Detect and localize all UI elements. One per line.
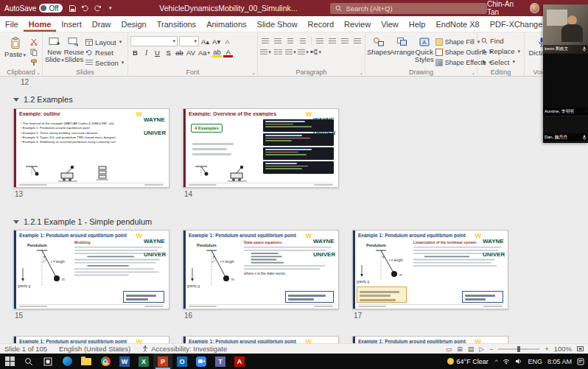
slideshow-view-button[interactable]: ▷: [479, 345, 484, 353]
fit-slide-to-window-icon[interactable]: [577, 345, 584, 352]
zoom-slider-thumb[interactable]: [517, 346, 520, 352]
change-case-button[interactable]: Aa▾: [197, 48, 211, 57]
user-avatar[interactable]: [530, 3, 539, 13]
user-name[interactable]: Chin-An Tan: [487, 0, 525, 16]
align-right-button[interactable]: [339, 36, 350, 46]
tab-slide-show[interactable]: Slide Show: [252, 16, 303, 32]
reuse-slides-button[interactable]: Reuse Slides: [64, 35, 84, 67]
italic-button[interactable]: I: [141, 48, 151, 57]
align-left-button[interactable]: [315, 36, 326, 46]
taskbar-search-button[interactable]: [19, 354, 38, 369]
taskbar-app-teams[interactable]: T: [211, 354, 230, 369]
tab-animations[interactable]: Animations: [201, 16, 251, 32]
zoom-in-button[interactable]: +: [545, 345, 548, 353]
slide-sorter-view-button[interactable]: ⊞: [457, 345, 463, 353]
section-collapse-icon[interactable]: [13, 98, 19, 102]
notification-center-icon[interactable]: [577, 358, 584, 365]
quick-styles-button[interactable]: A Quick Styles: [415, 35, 434, 67]
taskbar-app-zoom[interactable]: [192, 354, 211, 369]
layout-button[interactable]: Layout▾: [84, 38, 125, 46]
taskbar-app-powerpoint[interactable]: P: [153, 354, 172, 369]
copy-button[interactable]: [28, 48, 40, 57]
tab-home[interactable]: Home: [24, 16, 57, 32]
participant-tile-3[interactable]: Dan, 魏丹丹: [543, 116, 588, 142]
taskbar-app-file-explorer[interactable]: [77, 354, 96, 369]
language-indicator[interactable]: English (United States): [59, 345, 130, 353]
tab-pdf-xchange[interactable]: PDF-XChange: [485, 16, 548, 32]
numbering-button[interactable]: [273, 36, 284, 46]
text-shadow-button[interactable]: S: [164, 48, 173, 57]
underline-button[interactable]: U: [153, 48, 162, 57]
align-center-button[interactable]: [327, 36, 338, 46]
convert-smartart-button[interactable]: ▾: [310, 47, 321, 57]
new-slide-button[interactable]: New Slide▾: [45, 35, 64, 67]
tab-draw[interactable]: Draw: [87, 16, 116, 32]
line-spacing-button[interactable]: ▾: [260, 47, 271, 57]
slide-thumbnail-14[interactable]: Example: Overview of the examples W WAYN…: [183, 108, 339, 188]
tab-help[interactable]: Help: [404, 16, 431, 32]
start-button[interactable]: [0, 354, 19, 369]
decrease-font-size-button[interactable]: A▾: [211, 37, 221, 46]
bullets-button[interactable]: [260, 36, 271, 46]
bold-button[interactable]: B: [130, 48, 140, 57]
quick-access-dropdown-icon[interactable]: ▾: [104, 2, 116, 14]
arrange-button[interactable]: Arrange: [390, 35, 415, 67]
replace-button[interactable]: Replace▾: [480, 46, 522, 56]
tab-record[interactable]: Record: [303, 16, 339, 32]
tab-endnote[interactable]: EndNote X8: [430, 16, 484, 32]
redo-icon[interactable]: [91, 2, 104, 14]
text-direction-button[interactable]: ▾: [285, 47, 296, 57]
cut-button[interactable]: [28, 38, 40, 46]
network-icon[interactable]: [503, 358, 510, 365]
normal-view-button[interactable]: ▭: [446, 345, 452, 353]
slide-thumbnail-13[interactable]: Example: outline W WAYNE STATEUNIVERSITY…: [13, 108, 169, 188]
format-painter-button[interactable]: [28, 58, 40, 67]
clock[interactable]: 8:05 AM: [547, 358, 572, 365]
taskbar-app-outlook[interactable]: O: [172, 354, 192, 369]
zoom-slider[interactable]: [498, 348, 539, 350]
slide-thumbnail-19[interactable]: Example 1: Pendulum around equilibrium p…: [183, 336, 339, 343]
slide-thumbnail-20[interactable]: Example 1: Pendulum around equilibrium p…: [352, 336, 508, 343]
reading-view-button[interactable]: ▤: [468, 345, 475, 353]
slide-count-indicator[interactable]: Slide 1 of 105: [4, 345, 47, 353]
font-color-button[interactable]: A: [223, 48, 233, 57]
strikethrough-button[interactable]: ab: [175, 48, 184, 57]
section-button[interactable]: Section▾: [84, 58, 125, 67]
autosave-control[interactable]: AutoSave Off: [0, 4, 67, 13]
taskbar-app-edge[interactable]: [57, 354, 77, 369]
character-spacing-button[interactable]: AV: [186, 48, 196, 57]
taskbar-app-acrobat[interactable]: A: [230, 354, 249, 369]
search-bar[interactable]: [330, 3, 487, 14]
tab-insert[interactable]: Insert: [56, 16, 87, 32]
columns-button[interactable]: [273, 47, 284, 57]
tab-review[interactable]: Review: [339, 16, 376, 32]
undo-icon[interactable]: [79, 2, 91, 14]
section-header-example-1[interactable]: 1.2.1 Example 1 - Simple pendulum: [13, 217, 152, 226]
section-header-examples[interactable]: 1.2 Examples: [13, 95, 73, 104]
slide-thumbnail-17[interactable]: Example 1: Pendulum around equilibrium p…: [352, 230, 508, 309]
decrease-indent-button[interactable]: [285, 36, 296, 46]
tab-file[interactable]: File: [0, 16, 24, 32]
zoom-out-button[interactable]: −: [489, 345, 493, 353]
font-name-combobox[interactable]: ▾: [130, 36, 178, 46]
language-indicator[interactable]: ENG: [528, 358, 542, 365]
slide-thumbnail-16[interactable]: Example 1: Pendulum around equilibrium p…: [183, 230, 339, 309]
zoom-level[interactable]: 100%: [554, 345, 572, 353]
taskbar-app-excel[interactable]: X: [134, 354, 153, 369]
reset-button[interactable]: Reset: [84, 48, 125, 57]
task-view-button[interactable]: [38, 354, 57, 369]
taskbar-app-word[interactable]: W: [115, 354, 134, 369]
taskbar-app-chrome[interactable]: [96, 354, 115, 369]
justify-button[interactable]: [351, 36, 363, 46]
section-collapse-icon[interactable]: [13, 220, 19, 224]
speaker-icon[interactable]: [515, 358, 522, 365]
clear-formatting-button[interactable]: A: [223, 37, 232, 46]
find-button[interactable]: Find: [480, 36, 522, 46]
tab-transitions[interactable]: Transitions: [152, 16, 201, 32]
autosave-toggle[interactable]: Off: [39, 4, 62, 13]
select-button[interactable]: Select▾: [480, 57, 522, 67]
search-input[interactable]: [346, 4, 482, 13]
tab-design[interactable]: Design: [116, 16, 151, 32]
tray-expand-icon[interactable]: ^: [495, 358, 498, 365]
weather-widget[interactable]: 64°F Clear: [447, 358, 489, 365]
